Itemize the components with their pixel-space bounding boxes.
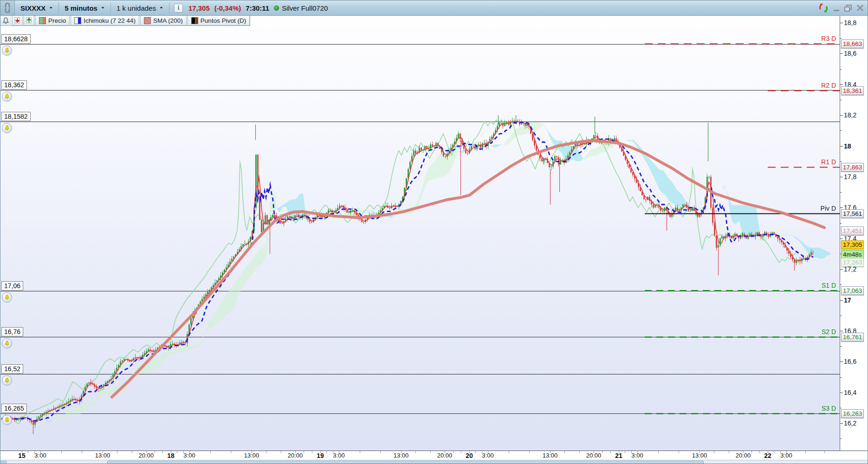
pivot-level-label: S2 D bbox=[780, 328, 836, 335]
time-axis-tick bbox=[729, 451, 729, 453]
time-axis-tick bbox=[824, 451, 825, 453]
scrollbar-thumb[interactable] bbox=[107, 461, 704, 464]
alarm-price-label[interactable]: 18,362 bbox=[1, 80, 27, 90]
buy-arrow-button[interactable] bbox=[24, 16, 34, 26]
prorealtime-window: SIXXXX ▼ 5 minutos ▼ 1 k unidades ▼ i 17… bbox=[0, 0, 868, 464]
time-axis-tick bbox=[312, 451, 312, 453]
alarm-price-label[interactable]: 16,265 bbox=[1, 404, 27, 413]
alarm-bell-icon[interactable] bbox=[2, 292, 12, 303]
time-axis-tick bbox=[82, 451, 82, 453]
precio-swatch-icon bbox=[39, 17, 46, 24]
scrollbar-left-box[interactable] bbox=[1, 461, 6, 464]
time-axis-tick bbox=[488, 451, 488, 453]
legend-puntos-pivot[interactable]: Puntos Pivot (D) bbox=[188, 16, 250, 26]
pivot-swatch-icon bbox=[191, 17, 198, 24]
feed-status-dot bbox=[274, 6, 279, 11]
price-axis-tick bbox=[840, 300, 843, 301]
time-axis-tick bbox=[401, 451, 402, 453]
timeframe-label: 5 minutos bbox=[65, 4, 97, 12]
price-axis-tick bbox=[840, 84, 843, 85]
alarm-bell-icon[interactable] bbox=[2, 375, 12, 386]
chevron-down-icon: ▼ bbox=[159, 6, 163, 10]
legend-label: SMA (200) bbox=[153, 17, 183, 24]
price-badge: 17,305 bbox=[841, 240, 864, 249]
feed-name: Silver Full0720 bbox=[282, 4, 328, 12]
price-axis-minor-tick bbox=[840, 161, 842, 162]
time-axis-tick bbox=[40, 451, 41, 453]
sell-arrow-button[interactable] bbox=[12, 16, 23, 26]
price-axis[interactable]: 18,818,618,418,21817,817,617,417,21716,8… bbox=[840, 16, 868, 460]
info-button[interactable]: i bbox=[174, 4, 183, 13]
refresh-icon[interactable] bbox=[818, 2, 829, 13]
time-axis-tick bbox=[751, 451, 752, 453]
timeframe-dropdown[interactable]: 5 minutos ▼ bbox=[59, 0, 110, 15]
time-axis[interactable]: 153:0013:0020:00183:0013:0020:00193:0013… bbox=[0, 451, 868, 460]
horizontal-scrollbar[interactable] bbox=[0, 460, 868, 464]
time-axis-tick bbox=[430, 451, 431, 453]
legend-precio[interactable]: Precio bbox=[35, 16, 70, 26]
time-axis-tick bbox=[28, 451, 28, 453]
instrument-dropdown[interactable]: SIXXXX ▼ bbox=[15, 0, 58, 15]
units-dropdown[interactable]: 1 k unidades ▼ bbox=[111, 0, 169, 15]
time-axis-tick bbox=[266, 451, 266, 453]
close-icon[interactable] bbox=[856, 4, 864, 12]
time-axis-tick bbox=[594, 451, 594, 453]
pivot-level-label: S1 D bbox=[780, 282, 836, 289]
chart-plot-area: 18,662818,36218,158217,0616,7616,5216,26… bbox=[0, 16, 840, 451]
title-bar: SIXXXX ▼ 5 minutos ▼ 1 k unidades ▼ i 17… bbox=[0, 0, 868, 16]
price-axis-tick bbox=[840, 238, 843, 239]
price-axis-minor-tick bbox=[840, 346, 842, 347]
alarm-price-label[interactable]: 16,76 bbox=[1, 327, 23, 336]
price-axis-tick bbox=[840, 207, 843, 208]
time-axis-tick bbox=[117, 451, 117, 453]
time-axis-tick bbox=[210, 451, 211, 453]
price-change: (-0,34%) bbox=[214, 4, 241, 12]
price-axis-tick bbox=[840, 331, 843, 331]
time-axis-tick bbox=[579, 451, 580, 453]
time-axis-tick bbox=[61, 451, 62, 453]
chevron-down-icon: ▼ bbox=[101, 6, 105, 10]
price-axis-tick bbox=[840, 146, 843, 147]
legend-ichimoku[interactable]: Ichimoku (7 22 44) bbox=[71, 16, 139, 26]
alarm-bell-icon[interactable] bbox=[2, 415, 12, 425]
legend-sma[interactable]: SMA (200) bbox=[140, 16, 187, 26]
alarm-price-label[interactable]: 18,6628 bbox=[1, 34, 31, 44]
time-axis-tick bbox=[619, 451, 619, 453]
price-axis-minor-tick bbox=[840, 130, 842, 131]
time-axis-tick bbox=[768, 451, 768, 453]
price-badge: 16,263 bbox=[841, 409, 864, 418]
price-axis-tick bbox=[840, 423, 843, 424]
price-axis-minor-tick bbox=[840, 100, 842, 100]
legend-label: Precio bbox=[48, 17, 66, 24]
price-chart-canvas[interactable] bbox=[0, 16, 840, 451]
price-axis-tick bbox=[840, 269, 843, 270]
time-axis-tick bbox=[461, 451, 461, 453]
alarm-price-label[interactable]: 16,52 bbox=[1, 364, 23, 374]
time-axis-tick bbox=[625, 451, 625, 453]
price-axis-tick bbox=[840, 393, 843, 393]
time-axis-tick bbox=[189, 451, 190, 453]
alarm-bell-icon[interactable] bbox=[2, 123, 12, 133]
minimize-button[interactable] bbox=[833, 5, 840, 12]
pivot-level-label: R1 D bbox=[780, 158, 836, 166]
time-axis-tick bbox=[231, 451, 231, 453]
alarm-bell-icon[interactable] bbox=[2, 45, 12, 56]
legend-label: Ichimoku (7 22 44) bbox=[84, 17, 136, 24]
price-axis-tick bbox=[840, 115, 843, 116]
alarm-price-label[interactable]: 18,1582 bbox=[1, 112, 31, 121]
time-axis-tick bbox=[529, 451, 530, 453]
time-axis-tick bbox=[339, 451, 339, 453]
link-icon[interactable] bbox=[0, 0, 15, 15]
alerts-bell-button[interactable] bbox=[0, 16, 11, 26]
last-price: 17,305 bbox=[188, 4, 210, 12]
time-axis-tick bbox=[550, 451, 551, 453]
pivot-level-label: S3 D bbox=[780, 405, 836, 412]
time-axis-tick bbox=[326, 451, 327, 453]
price-tick-label: 18,2 bbox=[844, 111, 856, 119]
restore-button[interactable] bbox=[844, 5, 852, 12]
pivot-level-label: Piv D bbox=[780, 205, 836, 212]
time-axis-tick bbox=[445, 451, 445, 453]
clock: 7:30:11 bbox=[246, 4, 269, 12]
alarm-price-label[interactable]: 17,06 bbox=[1, 281, 23, 290]
price-badge: 18,361 bbox=[841, 86, 864, 95]
